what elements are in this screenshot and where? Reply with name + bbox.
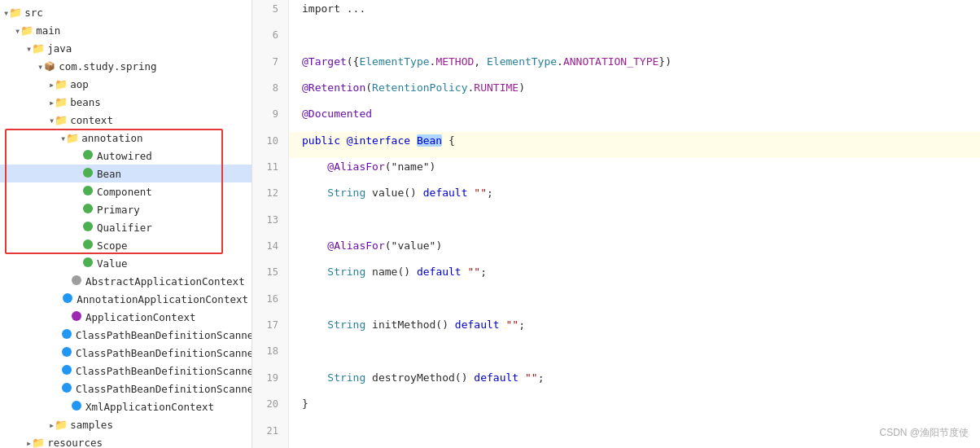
sidebar-item-AnnotationApplicationContext[interactable]: AnnotationApplicationContext xyxy=(0,290,252,308)
annotation-token: @AliasFor xyxy=(327,160,384,173)
sidebar-item-beans[interactable]: 📁 beans xyxy=(0,93,252,111)
tree-icon xyxy=(81,149,94,162)
class-icon xyxy=(62,347,72,359)
collapse-arrow[interactable] xyxy=(26,42,32,55)
sidebar-item-Bean[interactable]: Bean xyxy=(0,165,252,182)
tree-label: ClassPathBeanDefinitionScanner_ xyxy=(76,383,252,395)
tree-label: beans xyxy=(70,96,101,108)
line-content: @AliasFor("name") xyxy=(289,158,980,184)
code-line: 14 @AliasFor("value") xyxy=(252,237,980,263)
code-line: 19 String destroyMethod() default ""; xyxy=(252,369,980,395)
line-content: public @interface Bean { xyxy=(289,132,980,158)
line-number: 16 xyxy=(252,290,289,316)
tree-label: AnnotationApplicationContext xyxy=(77,293,248,305)
plain-token xyxy=(302,160,327,173)
tree-label: main xyxy=(36,24,60,37)
package-icon: 📦 xyxy=(44,61,55,72)
sidebar-item-Primary[interactable]: Primary xyxy=(0,200,252,218)
collapse-arrow[interactable] xyxy=(3,7,9,19)
tree-label: ApplicationContext xyxy=(85,311,195,323)
tree-icon xyxy=(81,221,94,234)
line-content xyxy=(289,342,980,368)
sidebar-item-ClassPathBeanDefinitionScanner[interactable]: ClassPathBeanDefinitionScanner xyxy=(0,326,252,344)
tree-label: ClassPathBeanDefinitionScanner_ xyxy=(76,347,252,359)
tree-label: AbstractApplicationContext xyxy=(85,275,245,288)
folder-icon: 📁 xyxy=(20,24,33,37)
annotation-icon xyxy=(83,168,93,180)
collapse-arrow[interactable] xyxy=(49,114,55,126)
folder-icon: 📁 xyxy=(55,419,68,431)
type-token: String xyxy=(327,187,365,199)
type-token: String xyxy=(327,318,365,331)
plain-token: }) xyxy=(658,55,672,68)
expand-arrow[interactable] xyxy=(49,419,55,431)
sidebar-item-Qualifier[interactable]: Qualifier xyxy=(0,218,252,236)
sidebar-item-java[interactable]: 📁 java xyxy=(0,39,252,57)
code-line: 13 xyxy=(252,211,980,237)
line-number: 14 xyxy=(252,237,289,263)
tree-label: resources xyxy=(47,437,103,449)
sidebar-item-src[interactable]: 📁 src xyxy=(0,3,252,21)
line-number: 8 xyxy=(252,79,289,105)
line-content: String initMethod() default ""; xyxy=(289,316,980,342)
line-number: 9 xyxy=(252,105,289,131)
keyword-token: public xyxy=(302,134,347,147)
sidebar-item-samples[interactable]: 📁 samples xyxy=(0,415,252,433)
plain-token xyxy=(302,318,327,331)
string-token: "" xyxy=(505,318,518,331)
line-number: 11 xyxy=(252,158,289,184)
keyword-token: default xyxy=(417,266,462,278)
sidebar-item-XmlApplicationContext[interactable]: XmlApplicationContext xyxy=(0,397,252,415)
folder-icon: 📁 xyxy=(32,42,45,55)
folder-icon: 📁 xyxy=(9,7,22,19)
sidebar-item-Scope[interactable]: Scope xyxy=(0,236,252,254)
annotation-token: @Retention xyxy=(302,81,365,94)
sidebar-item-ClassPathBeanDefinitionScanner_4[interactable]: ClassPathBeanDefinitionScanner_ xyxy=(0,380,252,397)
sidebar-item-resources[interactable]: 📁 resources xyxy=(0,433,252,448)
keyword-token: default xyxy=(423,187,468,199)
string-token: "" xyxy=(525,371,538,384)
sidebar-item-AbstractApplicationContext[interactable]: AbstractApplicationContext xyxy=(0,272,252,290)
line-number: 7 xyxy=(252,53,289,79)
sidebar-item-aop[interactable]: 📁 aop xyxy=(0,75,252,93)
line-content: @Documented xyxy=(289,105,980,131)
collapse-arrow[interactable] xyxy=(60,132,66,144)
sidebar-item-ApplicationContext[interactable]: ApplicationContext xyxy=(0,308,252,326)
tree-label: Bean xyxy=(97,168,121,180)
plain-token: ) xyxy=(518,81,525,94)
tree-icon: 📁 xyxy=(32,42,45,55)
line-number: 19 xyxy=(252,369,289,395)
sidebar-item-ClassPathBeanDefinitionScanner_3[interactable]: ClassPathBeanDefinitionScanner_ xyxy=(0,362,252,380)
expand-arrow[interactable] xyxy=(49,78,55,90)
folder-icon: 📁 xyxy=(32,437,45,449)
tree-label: samples xyxy=(70,419,113,431)
tree-icon: 📁 xyxy=(55,418,68,431)
sidebar-item-Autowired[interactable]: Autowired xyxy=(0,147,252,165)
tree-icon: 📦 xyxy=(43,59,56,72)
sidebar-item-Component[interactable]: Component xyxy=(0,182,252,200)
annotation-group: 📁 annotation Autowired Bean Component Pr… xyxy=(0,129,252,254)
keyword-token: default xyxy=(474,371,518,384)
sidebar-item-com-study-spring[interactable]: 📦 com.study.spring xyxy=(0,57,252,75)
expand-arrow[interactable] xyxy=(26,437,32,449)
collapse-arrow[interactable] xyxy=(15,24,20,37)
code-line: 11 @AliasFor("name") xyxy=(252,158,980,184)
collapse-arrow[interactable] xyxy=(37,60,43,72)
plain-token: destroyMethod() xyxy=(365,371,474,384)
code-line: 6 xyxy=(252,26,980,52)
expand-arrow[interactable] xyxy=(49,96,55,108)
sidebar-item-ClassPathBeanDefinitionScanner_2[interactable]: ClassPathBeanDefinitionScanner_ xyxy=(0,344,252,362)
sidebar-item-context[interactable]: 📁 context xyxy=(0,111,252,129)
class-icon xyxy=(63,293,72,305)
sidebar-item-main[interactable]: 📁 main xyxy=(0,21,252,39)
annotation-token: @Documented xyxy=(302,108,372,120)
method-token: RUNTIME xyxy=(474,81,518,94)
tree-icon: 📁 xyxy=(66,131,79,144)
class-icon xyxy=(62,329,72,341)
sidebar-item-annotation[interactable]: 📁 annotation xyxy=(0,129,252,147)
file-tree[interactable]: 📁 src 📁 main 📁 java 📦 com.study.spring 📁… xyxy=(0,0,252,448)
tree-icon xyxy=(81,185,94,198)
plain-token xyxy=(302,266,327,278)
sidebar-item-Value[interactable]: Value xyxy=(0,254,252,272)
tree-icon xyxy=(70,400,83,413)
